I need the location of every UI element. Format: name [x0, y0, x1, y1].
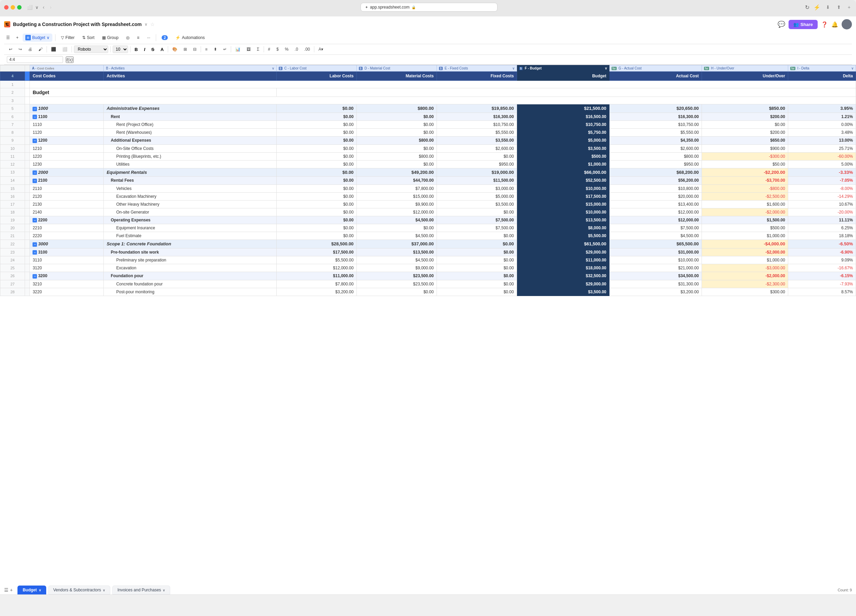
formula-button[interactable]: Σ: [255, 46, 261, 53]
align-horiz-button[interactable]: ≡: [203, 46, 209, 53]
align-left-button[interactable]: ⬛: [49, 46, 58, 53]
col-a-header[interactable]: A - Cost Codes: [30, 65, 104, 72]
spreadsheet-container[interactable]: A - Cost Codes B - Activities ∨ $ C - La…: [0, 65, 856, 584]
table-row: 101210On-Site Office Costs$0.00$0.00$2,6…: [0, 144, 856, 152]
font-color-button[interactable]: A: [159, 46, 166, 53]
italic-button[interactable]: I: [142, 46, 147, 53]
tab-budget-dropdown[interactable]: ∨: [39, 588, 41, 592]
formula-bar: f(x): [4, 55, 852, 65]
header-labor[interactable]: Labor Costs: [276, 72, 356, 81]
sidebar-toggle-button[interactable]: ⬜: [27, 5, 32, 10]
comment-button[interactable]: 💬: [777, 20, 785, 28]
add-view-button[interactable]: +: [14, 34, 20, 41]
view-dropdown-icon: ∨: [46, 35, 50, 40]
col-g-header[interactable]: fw G - Actual Cost: [609, 65, 702, 72]
undo-button[interactable]: ↩: [7, 46, 14, 53]
table-row: 162120Excavation Machinery$0.00$15,000.0…: [0, 192, 856, 200]
tab-vendors[interactable]: Vendors & Subcontractors ∨: [48, 585, 110, 594]
col-d-header[interactable]: $ D - Material Cost: [356, 65, 437, 72]
col-i-header[interactable]: fw I - Delta ∨: [788, 65, 856, 72]
decimal-inc-button[interactable]: .00: [302, 46, 312, 53]
group-button[interactable]: ▦ Group: [99, 34, 121, 41]
formula-function-button[interactable]: f(x): [66, 57, 74, 63]
budget-view-button[interactable]: ⊞ Budget ∨: [23, 34, 52, 42]
redo-button[interactable]: ↪: [17, 46, 24, 53]
share-browser-button[interactable]: ⬆: [836, 4, 842, 11]
table-row: 14−2100Rental Fees$0.00$44,700.00$11,500…: [0, 177, 856, 185]
tab-invoices[interactable]: Invoices and Purchases ∨: [112, 585, 170, 594]
share-button[interactable]: 👥 Share: [788, 20, 818, 29]
wrap-text-button[interactable]: ↵: [221, 46, 229, 53]
merge-cells-button[interactable]: ⊟: [191, 46, 199, 53]
strikethrough-button[interactable]: S: [149, 46, 157, 53]
hide-fields-button[interactable]: ◎: [123, 34, 132, 41]
user-avatar[interactable]: [842, 19, 852, 29]
header-delta[interactable]: Delta: [788, 72, 856, 81]
download-button[interactable]: ⬇: [825, 4, 831, 11]
col-b-header[interactable]: B - Activities ∨: [104, 65, 276, 72]
tab-list-button[interactable]: ☰: [4, 587, 9, 593]
forward-button[interactable]: ›: [49, 4, 53, 11]
address-bar[interactable]: ✦ app.spreadsheet.com 🔒: [360, 3, 497, 12]
hamburger-menu-button[interactable]: ☰: [4, 34, 12, 41]
chart-button[interactable]: 📊: [233, 46, 242, 53]
more-options-button[interactable]: ···: [144, 34, 153, 41]
font-size-select[interactable]: 10: [112, 46, 128, 53]
header-budget[interactable]: Budget: [517, 72, 609, 81]
header-fixed[interactable]: Fixed Costs: [437, 72, 517, 81]
font-family-select[interactable]: Roboto: [74, 46, 108, 53]
title-dropdown-icon[interactable]: ∨: [145, 22, 148, 27]
notifications-button[interactable]: 🔔: [831, 21, 838, 28]
row-height-button[interactable]: ≡: [134, 34, 142, 41]
text-format-button[interactable]: A▾: [316, 46, 325, 53]
views-count-button[interactable]: 2: [159, 34, 171, 41]
col-h-header[interactable]: fw H - Under/Over: [702, 65, 788, 72]
budget-title: Budget: [30, 88, 276, 97]
toolbar-divider-2: [156, 34, 156, 41]
col-f-header[interactable]: $ F - Budget ∨: [517, 65, 609, 72]
percent-button[interactable]: %: [283, 46, 291, 53]
minimize-button[interactable]: [11, 5, 15, 9]
filter-button[interactable]: ▽ Filter: [58, 34, 77, 41]
cell-reference-input[interactable]: [7, 56, 63, 63]
header-actual[interactable]: Actual Cost: [609, 72, 702, 81]
favorite-icon[interactable]: ☆: [150, 22, 155, 27]
borders-button[interactable]: ⊞: [182, 46, 189, 53]
new-tab-button[interactable]: +: [847, 4, 852, 11]
header-cost-codes[interactable]: Cost Codes: [30, 72, 104, 81]
add-tab-button[interactable]: +: [10, 587, 13, 593]
table-row: 3: [0, 97, 856, 104]
table-row: 81120Rent (Warehouses)$0.00$0.00$5,550.0…: [0, 129, 856, 137]
header-material[interactable]: Material Costs: [356, 72, 437, 81]
align-vert-button[interactable]: ⬍: [212, 46, 219, 53]
lock-icon: 🔒: [411, 6, 416, 9]
decimal-dec-button[interactable]: .0: [293, 46, 300, 53]
formatting-toolbar: ↩ ↪ 🖨 🖌 ⬛ ⬜ Roboto 10 B I S A 🎨 ⊞ ⊟ ≡ ⬍ …: [4, 44, 852, 55]
hash-button[interactable]: #: [266, 46, 273, 53]
dollar-button[interactable]: $: [274, 46, 281, 53]
align-right-button[interactable]: ⬜: [60, 46, 69, 53]
automations-button[interactable]: ⚡ Automations: [172, 34, 208, 41]
col-e-header[interactable]: $ E - Fixed Costs ∨: [437, 65, 517, 72]
maximize-button[interactable]: [17, 5, 22, 9]
tab-vendors-dropdown[interactable]: ∨: [103, 588, 105, 592]
tab-invoices-dropdown[interactable]: ∨: [163, 588, 165, 592]
print-button[interactable]: 🖨: [26, 46, 34, 53]
extensions-button[interactable]: ⚡: [814, 4, 821, 11]
image-button[interactable]: 🖼: [245, 46, 253, 53]
fill-color-button[interactable]: 🎨: [170, 46, 179, 53]
sidebar-chevron-button[interactable]: ∨: [35, 5, 39, 10]
sort-button[interactable]: ⇅ Sort: [79, 34, 97, 41]
bold-button[interactable]: B: [132, 46, 140, 53]
table-row: 22−3000Scope 1: Concrete Foundation$28,5…: [0, 240, 856, 249]
tab-budget[interactable]: Budget ∨: [17, 585, 46, 594]
reload-button[interactable]: ↻: [805, 4, 810, 11]
header-activities[interactable]: Activities: [104, 72, 276, 81]
header-underover[interactable]: Under/Over: [702, 72, 788, 81]
back-button[interactable]: ‹: [42, 4, 46, 11]
col-c-header[interactable]: $ C - Labor Cost: [276, 65, 356, 72]
help-button[interactable]: ❓: [821, 21, 828, 28]
paint-format-button[interactable]: 🖌: [36, 46, 45, 53]
table-row: 121230Utilities$0.00$0.00$950.00$1,000.0…: [0, 160, 856, 168]
close-button[interactable]: [4, 5, 9, 9]
